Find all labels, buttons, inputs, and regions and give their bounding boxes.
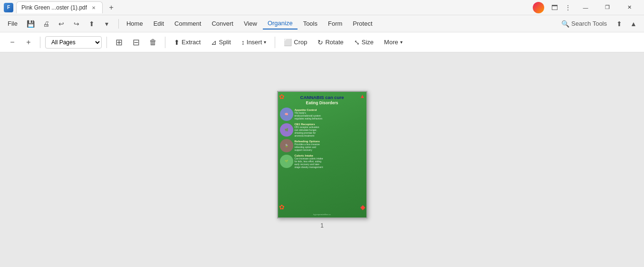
section-4-text: Caloric Intake Can increase caloric inta… [295,154,365,168]
app-icon: F [4,3,13,12]
menu-tools[interactable]: Tools [298,18,322,29]
insert-after-icon[interactable]: ⊟ [129,35,143,49]
quick-access-toolbar: 💾 🖨 ↩ ↪ ⬆ ▾ [22,17,115,30]
size-button[interactable]: ⤡ Size [350,37,377,48]
minimize-button[interactable]: — [575,0,596,15]
crop-label: Crop [294,39,307,46]
more-dropdown-icon: ▾ [400,40,403,45]
insert-before-icon[interactable]: ⊞ [112,35,126,49]
dropdown-icon[interactable]: ▾ [100,17,114,30]
delete-page-icon[interactable]: 🗑 [146,35,160,49]
more-options-icon[interactable]: ⋮ [561,1,575,14]
separator-1 [118,19,119,29]
pdf-title-line2: Eating Disorders [280,100,365,106]
section-2-desc: CB1 receptor activationcan stimulate hun… [295,126,365,137]
section-4-desc: Can increase caloric intakefor kids, les… [295,157,365,168]
pdf-container: ✿ ▲ CANNABIS can cure Eating Disorders 🧠… [277,91,367,229]
share-icon[interactable]: ⬆ [85,17,98,30]
user-avatar[interactable] [533,2,544,13]
main-content: ✿ ▲ CANNABIS can cure Eating Disorders 🧠… [0,52,644,267]
separator-2 [106,37,107,48]
pdf-footer: byjumpeasterlline.co [278,212,366,217]
menu-form[interactable]: Form [323,18,347,29]
restore-button[interactable]: ❐ [596,0,618,15]
separator-zoom [40,37,40,48]
separator-3 [165,37,165,48]
insert-icon: ↕ [241,39,245,46]
active-tab[interactable]: Pink Green ...oster (1).pdf ✕ [16,1,103,13]
title-bar: F Pink Green ...oster (1).pdf ✕ + 🗖 ⋮ — … [0,0,644,15]
menu-edit[interactable]: Edit [149,18,169,29]
zoom-in-button[interactable]: + [22,36,35,49]
upload-icon[interactable]: ⬆ [613,17,626,30]
decoration-bottom-right: ◆ [360,203,365,211]
pdf-section-3: 🍃 Refeeding Options Provides a less inva… [278,138,366,153]
menu-organize[interactable]: Organize [263,18,298,30]
menu-file[interactable]: File [4,18,21,29]
size-label: Size [362,39,374,46]
new-tab-button[interactable]: + [106,2,117,13]
pdf-page-number: 1 [320,222,324,229]
separator-4 [275,37,275,48]
pdf-title-line1: CANNABIS can cure [280,95,365,100]
menu-comment[interactable]: Comment [170,18,206,29]
section-1-desc: The body'sendocannabinoid systemregulate… [295,111,365,120]
section-2-text: CB1 Receptors CB1 receptor activationcan… [295,123,365,137]
extract-button[interactable]: ⬆ Extract [170,37,204,48]
menu-view[interactable]: View [239,18,262,29]
tab-close-button[interactable]: ✕ [90,4,97,11]
pdf-page-inner: ✿ ▲ CANNABIS can cure Eating Disorders 🧠… [278,92,366,218]
insert-dropdown-icon: ▾ [264,40,266,45]
pdf-page-1[interactable]: ✿ ▲ CANNABIS can cure Eating Disorders 🧠… [277,91,367,218]
more-button[interactable]: More ▾ [380,37,406,48]
search-tools-label: Search Tools [571,20,607,27]
pdf-section-4: 🌱 Caloric Intake Can increase caloric in… [278,153,366,169]
pdf-title: CANNABIS can cure Eating Disorders [278,92,366,107]
section-2-icon: 🌿 [280,123,293,137]
section-3-text: Refeeding Options Provides a less invasi… [295,140,365,151]
more-label: More [384,39,398,46]
menu-home[interactable]: Home [122,18,148,29]
split-label: Split [219,39,231,46]
section-3-desc: Provides a less invasiverefeeding option… [295,143,365,151]
redo-icon[interactable]: ↪ [70,17,83,30]
collapse-icon[interactable]: ▲ [627,17,640,30]
rotate-label: Rotate [325,39,343,46]
split-button[interactable]: ⊿ Split [207,37,234,48]
extract-icon: ⬆ [174,39,180,46]
zoom-out-button[interactable]: − [6,36,19,49]
extract-label: Extract [182,39,201,46]
section-1-icon: 🧠 [280,108,293,121]
section-1-text: Appetite Control The body'sendocannabino… [295,109,365,120]
search-icon: 🔍 [561,20,569,28]
notifications-icon[interactable]: 🗖 [548,1,561,14]
decoration-top-left: ✿ [279,93,285,100]
size-icon: ⤡ [354,39,360,46]
section-3-icon: 🍃 [280,139,293,152]
rotate-button[interactable]: ↻ Rotate [314,37,347,48]
search-tools-button[interactable]: 🔍 Search Tools [557,18,612,30]
decoration-bottom-left: ✿ [279,203,285,211]
split-icon: ⊿ [211,39,217,46]
crop-icon: ⬜ [284,39,292,46]
print-icon[interactable]: 🖨 [39,17,53,30]
decoration-top-right: ▲ [360,93,365,99]
secondary-toolbar: − + All Pages Current Page Custom Range … [0,32,644,52]
menu-bar: File 💾 🖨 ↩ ↪ ⬆ ▾ Home Edit Comment Conve… [0,15,644,32]
title-bar-left: F Pink Green ...oster (1).pdf ✕ + [4,1,533,13]
insert-button[interactable]: ↕ Insert ▾ [238,37,270,48]
page-range-select[interactable]: All Pages Current Page Custom Range [45,36,102,49]
close-button[interactable]: ✕ [618,0,640,15]
insert-label: Insert [247,39,262,46]
pdf-section-1: 🧠 Appetite Control The body'sendocannabi… [278,107,366,122]
section-4-icon: 🌱 [280,155,293,168]
pdf-section-2: 🌿 CB1 Receptors CB1 receptor activationc… [278,122,366,138]
menu-protect[interactable]: Protect [348,18,377,29]
tab-title: Pink Green ...oster (1).pdf [21,4,87,11]
rotate-icon: ↻ [317,39,323,46]
menu-convert[interactable]: Convert [207,18,238,29]
undo-icon[interactable]: ↩ [55,17,68,30]
save-icon[interactable]: 💾 [24,17,38,30]
crop-button[interactable]: ⬜ Crop [280,37,311,48]
